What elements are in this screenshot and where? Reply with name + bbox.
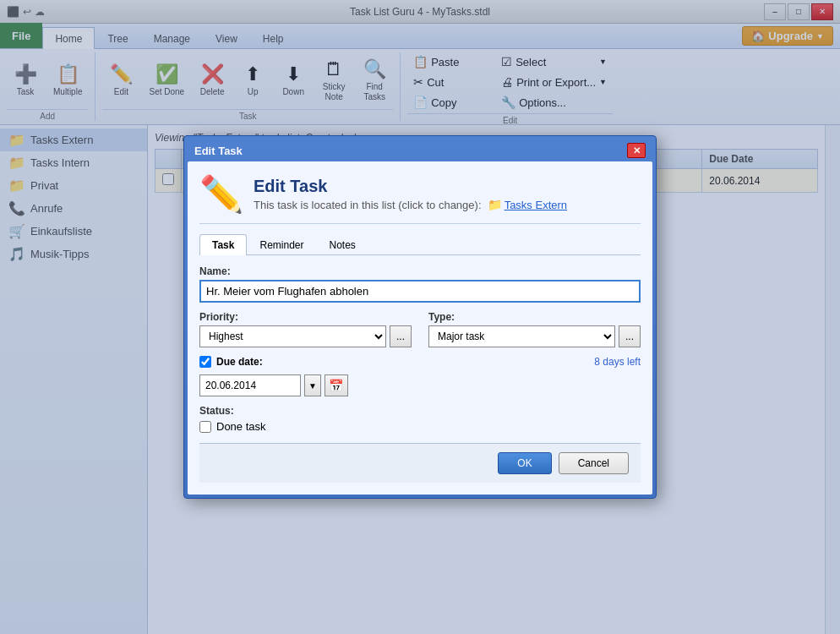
date-calendar-button[interactable]: 📅 bbox=[325, 374, 348, 396]
modal-body: ✏️ Edit Task This task is located in thi… bbox=[188, 161, 652, 495]
modal-tab-reminder[interactable]: Reminder bbox=[247, 234, 316, 255]
modal-header-text: Edit Task This task is located in this l… bbox=[254, 177, 567, 211]
name-group: Name: bbox=[199, 265, 641, 303]
modal-header-title: Edit Task bbox=[254, 177, 567, 196]
modal-header-subtitle: This task is located in this list (click… bbox=[254, 198, 567, 211]
priority-type-row: Priority: Highest High Medium Low Lowest… bbox=[199, 311, 641, 347]
cancel-button[interactable]: Cancel bbox=[559, 452, 629, 474]
modal-close-button[interactable]: ✕ bbox=[627, 143, 646, 158]
name-input[interactable] bbox=[199, 280, 641, 303]
modal-tabs: Task Reminder Notes bbox=[199, 234, 641, 255]
modal-footer: OK Cancel bbox=[199, 443, 641, 483]
ok-button[interactable]: OK bbox=[498, 452, 551, 474]
modal-overlay: Edit Task ✕ ✏️ Edit Task This task is lo… bbox=[0, 0, 840, 634]
status-label: Status: bbox=[199, 405, 641, 417]
folder-link-icon: 📁 bbox=[488, 198, 502, 211]
priority-col: Priority: Highest High Medium Low Lowest… bbox=[199, 311, 412, 347]
modal-titlebar: Edit Task ✕ bbox=[188, 139, 652, 161]
priority-select-row: Highest High Medium Low Lowest ... bbox=[199, 325, 412, 347]
type-select-row: Major task Minor task Note ... bbox=[428, 325, 641, 347]
status-section: Status: Done task bbox=[199, 405, 641, 433]
modal-list-link[interactable]: Tasks Extern bbox=[505, 199, 567, 211]
modal-tab-task[interactable]: Task bbox=[199, 234, 247, 255]
modal-form: Name: Priority: Highest High Medium Low bbox=[199, 265, 641, 433]
type-select[interactable]: Major task Minor task Note bbox=[428, 325, 615, 347]
date-input-row: ▼ 📅 bbox=[199, 374, 641, 396]
done-label: Done task bbox=[216, 420, 266, 433]
due-date-group: Due date: 8 days left ▼ 📅 bbox=[199, 356, 641, 396]
due-date-label: Due date: bbox=[216, 356, 263, 368]
due-date-row: Due date: 8 days left bbox=[199, 356, 641, 368]
days-left-badge: 8 days left bbox=[594, 356, 641, 368]
priority-label: Priority: bbox=[199, 311, 412, 323]
due-date-checkbox[interactable] bbox=[199, 356, 211, 368]
done-checkbox[interactable] bbox=[199, 421, 211, 433]
modal-title: Edit Task bbox=[194, 145, 243, 157]
modal-tab-notes[interactable]: Notes bbox=[317, 234, 368, 255]
date-dropdown-button[interactable]: ▼ bbox=[304, 374, 321, 396]
date-input[interactable] bbox=[199, 374, 301, 396]
name-label: Name: bbox=[199, 265, 641, 277]
done-checkbox-row: Done task bbox=[199, 420, 641, 433]
priority-select[interactable]: Highest High Medium Low Lowest bbox=[199, 325, 386, 347]
modal-header: ✏️ Edit Task This task is located in thi… bbox=[199, 173, 641, 224]
type-col: Type: Major task Minor task Note ... bbox=[428, 311, 641, 347]
modal-header-icon: ✏️ bbox=[199, 173, 243, 215]
priority-ellipsis-button[interactable]: ... bbox=[390, 325, 412, 347]
type-ellipsis-button[interactable]: ... bbox=[619, 325, 641, 347]
edit-task-modal: Edit Task ✕ ✏️ Edit Task This task is lo… bbox=[183, 135, 657, 499]
type-label: Type: bbox=[428, 311, 641, 323]
